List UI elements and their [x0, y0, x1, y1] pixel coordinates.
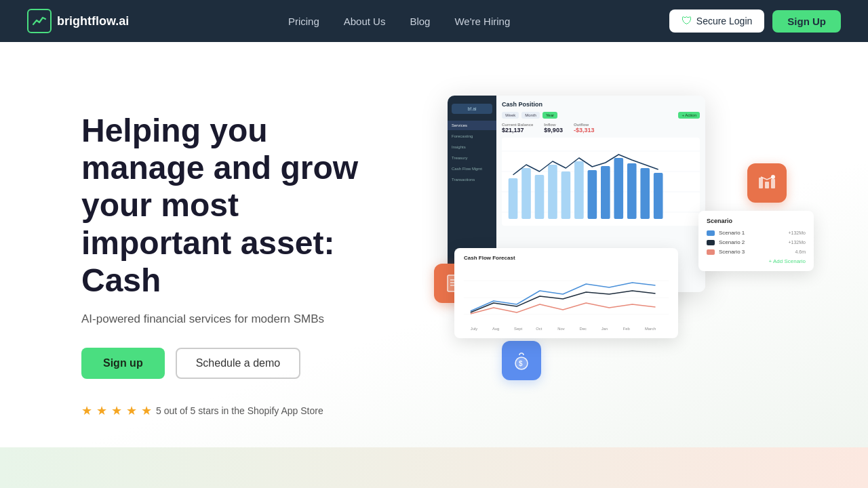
stat-value-3: -$3,313	[574, 127, 595, 134]
hero-subtitle: AI-powered financial services for modern…	[81, 312, 393, 326]
hero-title: Helping you manage and grow your most im…	[81, 112, 393, 299]
hero-left: Helping you manage and grow your most im…	[81, 112, 393, 418]
dashboard-stats: Current Balance $21,137 Inflow $9,903 Ou…	[502, 123, 700, 134]
svg-text:Dec: Dec	[579, 327, 586, 331]
scenario-item-3: Scenario 3 4.6m	[707, 249, 806, 255]
bar-chart-svg	[502, 138, 700, 226]
float-analytics-card	[747, 163, 787, 203]
scenario-3-meta: 4.6m	[795, 249, 806, 254]
scenario-item-2: Scenario 2 +132Mo	[707, 239, 806, 245]
logo-icon	[27, 9, 52, 33]
cashflow-title: Cash Flow Forecast	[464, 255, 669, 261]
shield-icon: 🛡	[682, 15, 692, 27]
demo-button[interactable]: Schedule a demo	[176, 348, 301, 379]
dash-logo: bf.ai	[452, 104, 492, 114]
dash-sidebar-insights[interactable]: Insights	[448, 142, 496, 152]
svg-rect-2	[771, 179, 775, 188]
dash-sidebar-cashflow[interactable]: Cash Flow Mgmt	[448, 164, 496, 174]
dash-stat-1: Current Balance $21,137	[502, 123, 533, 134]
dash-sidebar-transactions[interactable]: Transactions	[448, 175, 496, 184]
scenario-2-label: Scenario 2	[719, 239, 745, 245]
stars-row: ★ ★ ★ ★ ★ 5 out of 5 stars in the Shopif…	[81, 403, 393, 418]
svg-text:Aug: Aug	[492, 327, 499, 331]
star-2: ★	[96, 403, 107, 418]
svg-text:Jan: Jan	[601, 327, 608, 331]
svg-rect-18	[640, 168, 650, 219]
stars-text: 5 out of 5 stars in the Shopify App Stor…	[156, 405, 323, 416]
signup-button[interactable]: Sign up	[81, 348, 165, 379]
svg-rect-15	[601, 166, 610, 219]
dash-sidebar-services[interactable]: Services	[448, 121, 496, 130]
svg-rect-12	[561, 171, 571, 219]
dash-pill-year[interactable]: Year	[542, 112, 557, 119]
svg-text:Feb: Feb	[623, 327, 631, 331]
dash-sidebar-treasury[interactable]: Treasury	[448, 153, 496, 163]
svg-text:March: March	[645, 327, 656, 331]
svg-text:$: $	[519, 360, 523, 367]
svg-text:July: July	[471, 327, 477, 331]
dash-stat-2: Inflow $9,903	[544, 123, 563, 134]
hero-buttons: Sign up Schedule a demo	[81, 348, 393, 379]
dashboard-toolbar: Week Month Year + Action	[502, 112, 700, 119]
svg-rect-0	[759, 178, 763, 188]
nav-link-pricing[interactable]: Pricing	[288, 16, 319, 27]
svg-rect-11	[548, 165, 557, 219]
svg-rect-13	[574, 161, 584, 219]
logo[interactable]: brightflow.ai	[27, 9, 129, 33]
nav-link-about[interactable]: About Us	[344, 16, 386, 27]
hero-section: Helping you manage and grow your most im…	[0, 42, 868, 447]
svg-text:Nov: Nov	[557, 327, 564, 331]
svg-text:Sept: Sept	[514, 327, 522, 331]
add-scenario-link[interactable]: + Add Scenario	[707, 258, 806, 264]
star-4: ★	[126, 403, 137, 418]
dashboard-bar-chart	[502, 138, 700, 226]
cashflow-chart: July Aug Sept Oct Nov Dec Jan Feb March	[464, 264, 669, 331]
svg-text:Oct: Oct	[536, 327, 542, 331]
dash-sidebar-forecasting[interactable]: Forecasting	[448, 131, 496, 141]
star-1: ★	[81, 403, 92, 418]
svg-rect-8	[509, 178, 518, 219]
svg-rect-17	[627, 163, 637, 219]
scenario-item-1: Scenario 1 +132Mo	[707, 230, 806, 236]
hero-right: bf.ai Services Forecasting Insights Trea…	[434, 96, 814, 434]
star-5: ★	[141, 403, 152, 418]
cashflow-card: Cash Flow Forecast July Aug Sept Oct	[454, 248, 678, 338]
svg-rect-19	[654, 173, 663, 219]
svg-rect-16	[614, 158, 623, 219]
nav-links: Pricing About Us Blog We're Hiring	[288, 16, 510, 27]
dash-stat-3: Outflow -$3,313	[574, 123, 595, 134]
dashboard-title: Cash Position	[502, 101, 700, 108]
svg-rect-9	[521, 168, 531, 219]
svg-rect-1	[765, 182, 769, 188]
nav-signup-button[interactable]: Sign Up	[772, 10, 841, 33]
stat-value-1: $21,137	[502, 127, 533, 134]
scenario-3-dot	[707, 249, 715, 255]
scenario-card-title: Scenario	[707, 218, 806, 224]
star-3: ★	[111, 403, 122, 418]
stat-value-2: $9,903	[544, 127, 563, 134]
logo-text: brightflow.ai	[57, 14, 129, 28]
scenario-1-dot	[707, 230, 715, 236]
svg-rect-10	[535, 175, 545, 219]
logo-svg	[32, 14, 47, 28]
analytics-icon	[756, 172, 778, 194]
scenario-1-label: Scenario 1	[719, 230, 745, 236]
scenario-2-meta: +132Mo	[789, 240, 806, 245]
scenario-3-label: Scenario 3	[719, 249, 745, 255]
money-icon: $	[511, 350, 532, 371]
nav-actions: 🛡 Secure Login Sign Up	[669, 9, 841, 33]
svg-rect-14	[588, 170, 597, 219]
scenario-2-dot	[707, 240, 715, 245]
cashflow-svg: July Aug Sept Oct Nov Dec Jan Feb March	[464, 264, 669, 331]
scenario-card: Scenario Scenario 1 +132Mo Scenario 2 +1…	[698, 211, 814, 271]
secure-login-button[interactable]: 🛡 Secure Login	[669, 9, 765, 33]
nav-link-blog[interactable]: Blog	[410, 16, 430, 27]
navbar: brightflow.ai Pricing About Us Blog We'r…	[0, 0, 868, 42]
bottom-strip	[0, 447, 868, 488]
scenario-1-meta: +132Mo	[789, 230, 806, 235]
nav-link-hiring[interactable]: We're Hiring	[454, 16, 510, 27]
float-money-card: $	[502, 341, 541, 380]
dash-pill-action[interactable]: + Action	[678, 112, 700, 119]
dash-pill-month[interactable]: Month	[521, 112, 540, 119]
dash-pill-week[interactable]: Week	[502, 112, 519, 119]
